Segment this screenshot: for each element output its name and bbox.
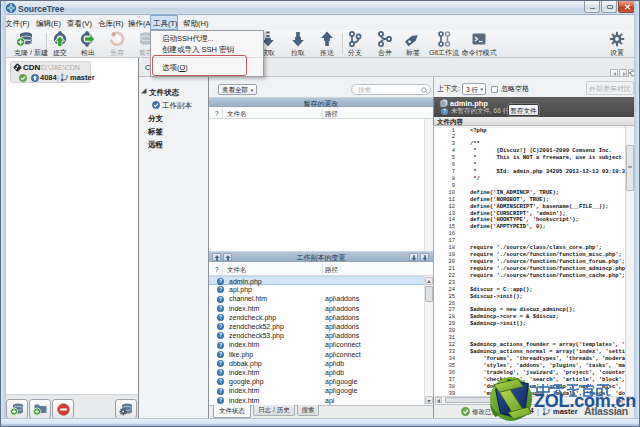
svg-text:?: ? (443, 108, 446, 114)
